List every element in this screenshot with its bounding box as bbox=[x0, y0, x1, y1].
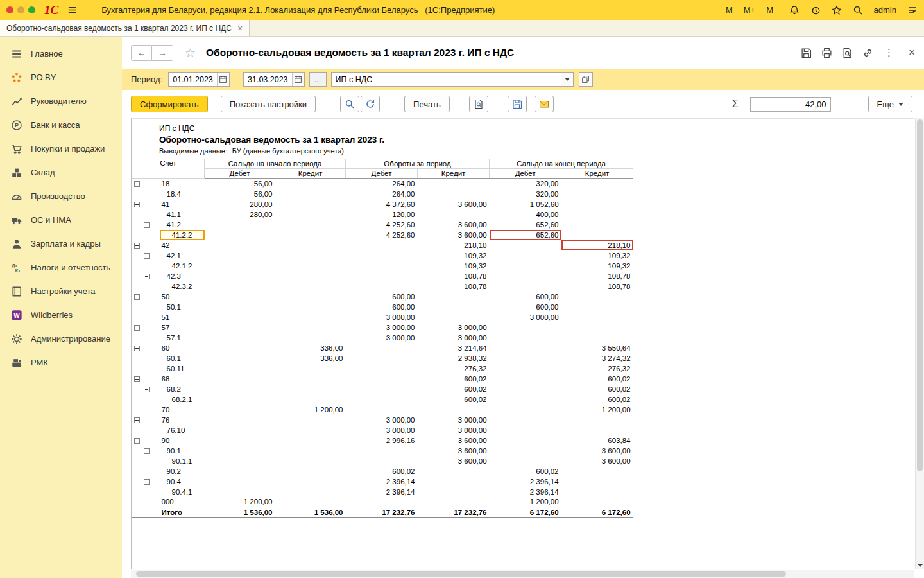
calendar-icon[interactable] bbox=[292, 73, 304, 86]
collapse-toggle-icon[interactable] bbox=[144, 387, 150, 392]
window-maximize-icon[interactable] bbox=[28, 6, 35, 13]
account-cell[interactable]: 41 bbox=[160, 199, 205, 209]
date-from-value[interactable]: 01.01.2023 bbox=[169, 73, 217, 86]
sidebar-item-nastroyki-ucheta[interactable]: Настройки учета bbox=[0, 279, 122, 303]
value-cell[interactable] bbox=[275, 322, 346, 333]
value-cell[interactable]: 600,02 bbox=[418, 374, 490, 384]
value-cell[interactable] bbox=[418, 466, 490, 477]
value-cell[interactable] bbox=[346, 374, 418, 384]
collapse-toggle-icon[interactable] bbox=[134, 243, 140, 249]
value-cell[interactable] bbox=[418, 487, 490, 497]
value-cell[interactable] bbox=[346, 497, 418, 507]
value-cell[interactable] bbox=[490, 394, 561, 405]
value-cell[interactable]: 2 396,14 bbox=[346, 477, 418, 487]
value-cell[interactable] bbox=[205, 333, 275, 343]
collapse-toggle-icon[interactable] bbox=[134, 376, 140, 382]
value-cell[interactable]: 3 600,00 bbox=[561, 456, 633, 466]
more-kebab-icon[interactable]: ⋮ bbox=[883, 47, 895, 58]
value-cell[interactable] bbox=[275, 209, 346, 220]
value-cell[interactable]: 652,60 bbox=[490, 220, 561, 230]
value-cell[interactable] bbox=[275, 487, 346, 497]
value-cell[interactable] bbox=[561, 220, 633, 230]
show-settings-button[interactable]: Показать настройки bbox=[221, 96, 316, 112]
account-cell[interactable]: 50 bbox=[160, 292, 205, 302]
value-cell[interactable] bbox=[205, 446, 275, 456]
value-cell[interactable]: 400,00 bbox=[490, 209, 561, 220]
value-cell[interactable] bbox=[490, 281, 561, 292]
account-cell[interactable]: 68 bbox=[160, 374, 205, 384]
value-cell[interactable] bbox=[205, 230, 275, 240]
value-cell[interactable] bbox=[561, 415, 633, 425]
vertical-scrollbar-thumb[interactable] bbox=[917, 119, 923, 471]
value-cell[interactable]: 4 252,60 bbox=[346, 230, 418, 240]
value-cell[interactable]: 600,00 bbox=[490, 292, 561, 302]
value-cell[interactable]: 3 214,64 bbox=[418, 343, 490, 353]
send-email-button[interactable] bbox=[535, 96, 554, 112]
value-cell[interactable] bbox=[205, 456, 275, 466]
value-cell[interactable] bbox=[205, 302, 275, 312]
value-cell[interactable] bbox=[275, 199, 346, 209]
value-cell[interactable] bbox=[418, 312, 490, 322]
value-cell[interactable]: 2 996,16 bbox=[346, 435, 418, 446]
value-cell[interactable]: 280,00 bbox=[205, 209, 275, 220]
value-cell[interactable] bbox=[205, 435, 275, 446]
value-cell[interactable] bbox=[205, 281, 275, 292]
save-result-button[interactable] bbox=[508, 96, 527, 112]
collapse-toggle-icon[interactable] bbox=[134, 181, 140, 187]
value-cell[interactable] bbox=[275, 271, 346, 281]
value-cell[interactable] bbox=[490, 405, 561, 415]
value-cell[interactable]: 600,00 bbox=[346, 302, 418, 312]
account-cell[interactable]: 68.2 bbox=[160, 384, 205, 394]
account-cell[interactable]: 42.3.2 bbox=[160, 281, 205, 292]
value-cell[interactable]: 603,84 bbox=[561, 435, 633, 446]
value-cell[interactable] bbox=[346, 394, 418, 405]
value-cell[interactable] bbox=[346, 271, 418, 281]
account-cell[interactable]: 57.1 bbox=[160, 333, 205, 343]
value-cell[interactable] bbox=[561, 199, 633, 209]
value-cell[interactable] bbox=[418, 302, 490, 312]
account-cell[interactable]: 90.4 bbox=[160, 477, 205, 487]
account-cell[interactable]: 60.11 bbox=[160, 363, 205, 374]
value-cell[interactable] bbox=[275, 333, 346, 343]
value-cell[interactable]: 600,00 bbox=[490, 302, 561, 312]
value-cell[interactable]: 3 000,00 bbox=[346, 312, 418, 322]
value-cell[interactable] bbox=[205, 322, 275, 333]
account-cell[interactable]: 41.2 bbox=[160, 220, 205, 230]
account-cell[interactable]: 18 bbox=[160, 179, 205, 189]
value-cell[interactable]: 3 600,00 bbox=[561, 446, 633, 456]
value-cell[interactable]: 600,02 bbox=[346, 466, 418, 477]
value-cell[interactable] bbox=[561, 477, 633, 487]
value-cell[interactable]: 6 172,60 bbox=[490, 507, 561, 518]
value-cell[interactable]: 3 550,64 bbox=[561, 343, 633, 353]
value-cell[interactable]: 600,02 bbox=[490, 466, 561, 477]
sidebar-item-rmk[interactable]: РМК bbox=[0, 351, 122, 374]
value-cell[interactable] bbox=[275, 363, 346, 374]
scroll-down-arrow-icon[interactable] bbox=[916, 564, 924, 567]
collapse-toggle-icon[interactable] bbox=[144, 479, 150, 485]
horizontal-scrollbar-thumb[interactable] bbox=[136, 571, 786, 577]
value-cell[interactable] bbox=[205, 343, 275, 353]
value-cell[interactable] bbox=[205, 292, 275, 302]
value-cell[interactable]: 336,00 bbox=[275, 353, 346, 363]
value-cell[interactable] bbox=[205, 425, 275, 435]
add-to-favorites-star-icon[interactable]: ☆ bbox=[185, 46, 196, 60]
collapse-toggle-icon[interactable] bbox=[144, 448, 150, 454]
favorites-star-icon[interactable] bbox=[832, 5, 842, 15]
value-cell[interactable]: 1 200,00 bbox=[275, 405, 346, 415]
value-cell[interactable] bbox=[205, 384, 275, 394]
value-cell[interactable] bbox=[561, 209, 633, 220]
value-cell[interactable]: 600,02 bbox=[561, 394, 633, 405]
value-cell[interactable] bbox=[205, 405, 275, 415]
value-cell[interactable]: 3 000,00 bbox=[490, 312, 561, 322]
forward-button[interactable]: → bbox=[152, 45, 173, 61]
value-cell[interactable] bbox=[275, 384, 346, 394]
autosum-field[interactable]: 42,00 bbox=[750, 97, 831, 112]
value-cell[interactable] bbox=[275, 394, 346, 405]
value-cell[interactable] bbox=[346, 405, 418, 415]
value-cell[interactable] bbox=[205, 271, 275, 281]
value-cell[interactable] bbox=[561, 497, 633, 507]
account-cell[interactable]: 000 bbox=[160, 497, 205, 507]
value-cell[interactable] bbox=[346, 384, 418, 394]
value-cell[interactable]: 280,00 bbox=[205, 199, 275, 209]
account-cell[interactable]: 41.2.2 bbox=[160, 230, 205, 240]
